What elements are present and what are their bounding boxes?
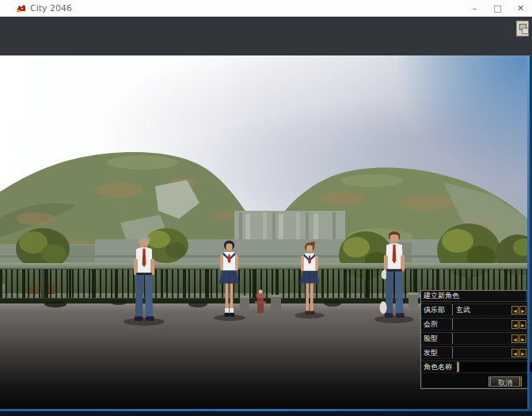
club-row: 俱乐部 玄武 ◄ ► <box>421 303 528 316</box>
character-name-input[interactable] <box>458 362 532 372</box>
clubhouse-arrows: ◄ ► <box>511 320 528 329</box>
window-bottom-strip <box>0 411 532 416</box>
clubhouse-row: 会所 ◄ ► <box>421 318 528 330</box>
clubhouse-next-button[interactable]: ► <box>519 320 526 329</box>
hair-row: 发型 ◄ ► <box>421 346 528 359</box>
title-bar: City 2046 – □ ✕ <box>0 0 532 17</box>
character-schoolgirl-black-hair[interactable] <box>215 239 243 319</box>
character-name-row: 角色名称 <box>421 361 528 373</box>
hair-prev-button[interactable]: ◄ <box>511 349 519 357</box>
hair-next-button[interactable]: ► <box>519 349 526 357</box>
maximize-button[interactable]: □ <box>486 0 509 17</box>
cancel-button[interactable]: 取消 <box>488 376 522 387</box>
character-man-brown-hair[interactable] <box>378 231 410 320</box>
railing-top-rail <box>0 263 527 269</box>
restore-square-front <box>522 28 529 34</box>
viewport-right-border <box>527 55 530 410</box>
hair-label: 发型 <box>421 347 453 358</box>
dialog-title: 建立新角色 <box>421 291 528 302</box>
clubhouse-prev-button[interactable]: ◄ <box>511 320 519 329</box>
app-logo-icon <box>16 4 26 13</box>
clubhouse-label: 会所 <box>421 319 453 330</box>
face-label: 脸型 <box>421 333 453 344</box>
hair-value <box>453 347 511 358</box>
dialog-button-row: 取消 <box>421 375 528 388</box>
face-prev-button[interactable]: ◄ <box>511 334 519 343</box>
face-arrows: ◄ ► <box>511 334 528 343</box>
club-prev-button[interactable]: ◄ <box>511 306 519 315</box>
face-row: 脸型 ◄ ► <box>421 332 528 345</box>
character-man-gray-hair[interactable] <box>128 235 160 323</box>
face-next-button[interactable]: ► <box>519 334 526 343</box>
club-label: 俱乐部 <box>421 304 453 315</box>
minimize-button[interactable]: – <box>463 0 486 17</box>
restore-window-icon[interactable] <box>516 21 529 36</box>
character-schoolgirl-brown-hair[interactable] <box>296 242 323 316</box>
face-value <box>453 333 511 344</box>
club-arrows: ◄ ► <box>511 306 528 315</box>
app-window: City 2046 – □ ✕ <box>0 0 532 416</box>
clubhouse-value <box>453 319 511 330</box>
club-value: 玄武 <box>453 304 511 315</box>
window-title: City 2046 <box>30 3 463 13</box>
close-button[interactable]: ✕ <box>509 0 532 17</box>
club-next-button[interactable]: ► <box>519 306 526 315</box>
character-name-label: 角色名称 <box>421 361 458 372</box>
hair-arrows: ◄ ► <box>511 349 528 357</box>
window-controls: – □ ✕ <box>463 0 532 17</box>
create-character-dialog: 建立新角色 俱乐部 玄武 ◄ ► 会所 ◄ ► 脸型 ◄ ► <box>420 290 529 389</box>
